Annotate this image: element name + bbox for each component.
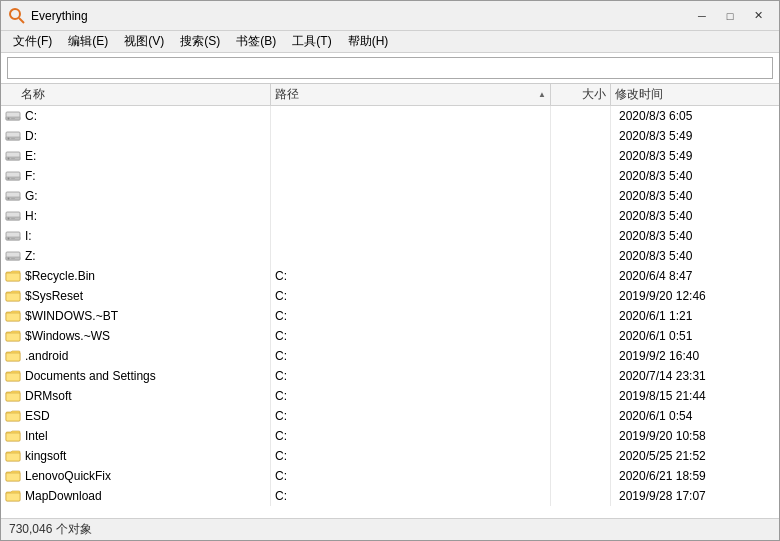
svg-rect-13 [11,158,15,159]
folder-icon [5,288,21,304]
menu-item-编辑e[interactable]: 编辑(E) [60,31,116,52]
file-name: D: [25,129,37,143]
cell-name: ESD [1,406,271,426]
file-name: $WINDOWS.~BT [25,309,118,323]
table-row[interactable]: Intel C: 2019/9/20 10:58 [1,426,779,446]
cell-path [271,146,551,166]
cell-date: 2020/5/25 21:52 [611,446,779,466]
cell-path: C: [271,446,551,466]
cell-date: 2020/8/3 5:49 [611,126,779,146]
cell-date: 2019/9/2 16:40 [611,346,779,366]
drive-icon [5,168,21,184]
cell-date: 2019/8/15 21:44 [611,386,779,406]
cell-size [551,366,611,386]
table-row[interactable]: I: 2020/8/3 5:40 [1,226,779,246]
menu-item-书签b[interactable]: 书签(B) [228,31,284,52]
cell-path: C: [271,346,551,366]
table-row[interactable]: $WINDOWS.~BT C: 2020/6/1 1:21 [1,306,779,326]
column-headers: 名称 路径 ▲ 大小 修改时间 [1,84,779,106]
menu-bar: 文件(F)编辑(E)视图(V)搜索(S)书签(B)工具(T)帮助(H) [1,31,779,53]
status-bar: 730,046 个对象 [1,518,779,540]
menu-item-工具t[interactable]: 工具(T) [284,31,339,52]
svg-point-0 [10,9,20,19]
cell-date: 2020/8/3 5:40 [611,226,779,246]
cell-date: 2020/8/3 5:40 [611,186,779,206]
cell-date: 2020/6/4 8:47 [611,266,779,286]
svg-point-12 [8,158,10,160]
folder-icon [5,428,21,444]
cell-date: 2019/9/28 17:07 [611,486,779,506]
cell-path: C: [271,266,551,286]
cell-name: kingsoft [1,446,271,466]
table-row[interactable]: $Recycle.Bin C: 2020/6/4 8:47 [1,266,779,286]
table-row[interactable]: kingsoft C: 2020/5/25 21:52 [1,446,779,466]
table-row[interactable]: Z: 2020/8/3 5:40 [1,246,779,266]
table-row[interactable]: $SysReset C: 2019/9/20 12:46 [1,286,779,306]
cell-size [551,186,611,206]
folder-icon [5,348,21,364]
folder-icon [5,468,21,484]
col-path-header[interactable]: 路径 ▲ [271,84,551,105]
folder-icon [5,328,21,344]
table-row[interactable]: $Windows.~WS C: 2020/6/1 0:51 [1,326,779,346]
close-button[interactable]: ✕ [745,6,771,26]
cell-path [271,166,551,186]
table-row[interactable]: C: 2020/8/3 6:05 [1,106,779,126]
file-name: .android [25,349,68,363]
menu-item-搜索s[interactable]: 搜索(S) [172,31,228,52]
cell-date: 2020/6/1 0:54 [611,406,779,426]
cell-size [551,146,611,166]
menu-item-文件f[interactable]: 文件(F) [5,31,60,52]
cell-size [551,346,611,366]
menu-item-视图v[interactable]: 视图(V) [116,31,172,52]
cell-path: C: [271,366,551,386]
col-date-header[interactable]: 修改时间 [611,84,765,105]
cell-name: H: [1,206,271,226]
cell-path [271,206,551,226]
file-name: C: [25,109,37,123]
cell-date: 2020/8/3 5:40 [611,206,779,226]
table-row[interactable]: F: 2020/8/3 5:40 [1,166,779,186]
folder-icon [5,448,21,464]
cell-name: E: [1,146,271,166]
cell-path [271,246,551,266]
cell-size [551,206,611,226]
table-row[interactable]: G: 2020/8/3 5:40 [1,186,779,206]
col-name-header[interactable]: 名称 [1,84,271,105]
table-row[interactable]: Documents and Settings C: 2020/7/14 23:3… [1,366,779,386]
table-row[interactable]: H: 2020/8/3 5:40 [1,206,779,226]
col-size-header[interactable]: 大小 [551,84,611,105]
table-row[interactable]: E: 2020/8/3 5:49 [1,146,779,166]
search-input[interactable] [7,57,773,79]
file-name: $Windows.~WS [25,329,110,343]
drive-icon [5,208,21,224]
table-row[interactable]: MapDownload C: 2019/9/28 17:07 [1,486,779,506]
minimize-button[interactable]: ─ [689,6,715,26]
table-row[interactable]: .android C: 2019/9/2 16:40 [1,346,779,366]
folder-icon [5,308,21,324]
cell-name: .android [1,346,271,366]
cell-date: 2020/6/21 18:59 [611,466,779,486]
cell-path: C: [271,306,551,326]
table-row[interactable]: ESD C: 2020/6/1 0:54 [1,406,779,426]
menu-item-帮助h[interactable]: 帮助(H) [340,31,397,52]
cell-size [551,466,611,486]
cell-size [551,406,611,426]
folder-icon [5,408,21,424]
file-name: F: [25,169,36,183]
file-list[interactable]: C: 2020/8/3 6:05 D: 2020/8/3 5:49 [1,106,779,518]
folder-icon [5,368,21,384]
table-row[interactable]: D: 2020/8/3 5:49 [1,126,779,146]
file-name: Z: [25,249,36,263]
drive-icon [5,248,21,264]
maximize-button[interactable]: □ [717,6,743,26]
svg-point-24 [8,218,10,220]
svg-rect-33 [11,258,15,259]
cell-date: 2020/7/14 23:31 [611,366,779,386]
file-name: $SysReset [25,289,83,303]
svg-point-28 [8,238,10,240]
table-row[interactable]: DRMsoft C: 2019/8/15 21:44 [1,386,779,406]
file-name: DRMsoft [25,389,72,403]
table-row[interactable]: LenovoQuickFix C: 2020/6/21 18:59 [1,466,779,486]
folder-icon [5,388,21,404]
